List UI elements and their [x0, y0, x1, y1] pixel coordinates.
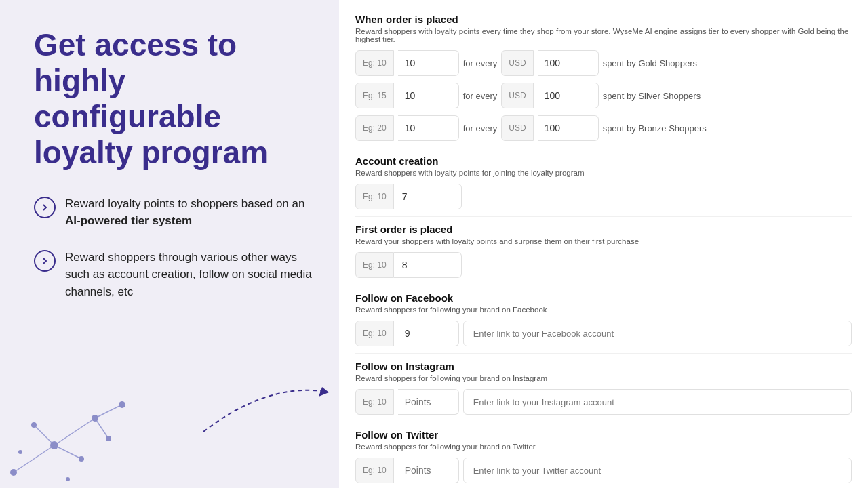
facebook-row: Eg: 10 [355, 321, 852, 346]
chevron-icon-2 [34, 250, 56, 272]
divider-4 [355, 353, 852, 354]
instagram-link-input[interactable] [463, 389, 852, 415]
bronze-points-input[interactable] [398, 115, 459, 141]
bronze-spent-label: spent by Bronze Shoppers [603, 123, 707, 134]
silver-points-input[interactable] [398, 83, 459, 108]
account-creation-subtitle: Reward shoppers with loyalty points for … [355, 169, 852, 177]
facebook-link-input[interactable] [463, 321, 852, 346]
feature-item-2: Reward shoppers through various other wa… [34, 249, 312, 301]
first-order-eg: Eg: 10 [355, 252, 394, 278]
facebook-eg: Eg: 10 [355, 321, 394, 346]
facebook-points-input[interactable] [398, 321, 459, 346]
twitter-link-input[interactable] [463, 458, 852, 483]
bronze-usd: USD [501, 115, 533, 141]
svg-point-10 [119, 401, 125, 408]
first-order-section: First order is placed Reward your shoppe… [355, 224, 852, 278]
twitter-row: Eg: 10 [355, 458, 852, 483]
when-order-title: When order is placed [355, 14, 852, 25]
divider-3 [355, 285, 852, 285]
left-panel: Get access to highly configurable loyalt… [0, 0, 339, 488]
svg-point-9 [79, 456, 84, 462]
bronze-usd-input[interactable] [538, 115, 599, 141]
twitter-points-input[interactable] [398, 458, 459, 483]
svg-line-1 [54, 418, 95, 445]
feature-text-1: Reward loyalty points to shoppers based … [65, 195, 312, 230]
svg-point-8 [92, 415, 98, 422]
instagram-subtitle: Reward shoppers for following your brand… [355, 374, 852, 382]
account-creation-title: Account creation [355, 155, 852, 167]
dashed-arrow [197, 378, 332, 445]
svg-line-5 [34, 425, 54, 445]
facebook-title: Follow on Facebook [355, 292, 852, 304]
hero-title: Get access to highly configurable loyalt… [34, 27, 312, 171]
gold-spent-label: spent by Gold Shoppers [603, 58, 697, 68]
first-order-row: Eg: 10 [355, 252, 852, 278]
twitter-title: Follow on Twitter [355, 429, 852, 441]
silver-usd: USD [501, 83, 533, 108]
silver-for-every: for every [463, 91, 498, 101]
account-points-input[interactable] [394, 184, 462, 209]
divider-2 [355, 216, 852, 217]
svg-line-4 [95, 418, 108, 439]
twitter-section: Follow on Twitter Reward shoppers for fo… [355, 429, 852, 483]
account-creation-row: Eg: 10 [355, 184, 852, 209]
svg-point-6 [10, 469, 17, 476]
bronze-row: Eg: 20 for every USD spent by Bronze Sho… [355, 115, 852, 141]
first-order-title: First order is placed [355, 224, 852, 235]
svg-point-11 [106, 436, 111, 441]
bronze-for-every: for every [463, 123, 498, 134]
instagram-points-input[interactable] [398, 389, 459, 415]
account-eg: Eg: 10 [355, 184, 394, 209]
svg-line-2 [54, 445, 81, 459]
gold-row: Eg: 10 for every USD spent by Gold Shopp… [355, 50, 852, 76]
gold-usd-input[interactable] [538, 50, 599, 76]
when-order-subtitle: Reward shoppers with loyalty points ever… [355, 27, 852, 43]
twitter-eg: Eg: 10 [355, 458, 394, 483]
svg-marker-15 [319, 387, 329, 396]
divider-5 [355, 422, 852, 422]
silver-usd-input[interactable] [538, 83, 599, 108]
instagram-title: Follow on Instagram [355, 361, 852, 372]
svg-line-0 [14, 445, 54, 472]
instagram-row: Eg: 10 [355, 389, 852, 415]
first-order-points-input[interactable] [394, 252, 462, 278]
gold-usd: USD [501, 50, 533, 76]
silver-eg: Eg: 15 [355, 83, 394, 108]
right-panel: When order is placed Reward shoppers wit… [339, 0, 868, 488]
svg-point-13 [18, 450, 22, 454]
svg-point-14 [66, 477, 70, 481]
feature-text-2: Reward shoppers through various other wa… [65, 249, 312, 301]
twitter-subtitle: Reward shoppers for following your brand… [355, 443, 852, 451]
svg-point-7 [50, 441, 58, 449]
chevron-icon-1 [34, 197, 56, 218]
first-order-subtitle: Reward your shoppers with loyalty points… [355, 237, 852, 245]
gold-eg: Eg: 10 [355, 50, 394, 76]
instagram-section: Follow on Instagram Reward shoppers for … [355, 361, 852, 415]
feature-item-1: Reward loyalty points to shoppers based … [34, 195, 312, 230]
account-creation-section: Account creation Reward shoppers with lo… [355, 155, 852, 209]
network-diagram [0, 364, 149, 488]
svg-line-3 [95, 405, 122, 418]
when-order-section: When order is placed Reward shoppers wit… [355, 14, 852, 141]
silver-spent-label: spent by Silver Shoppers [603, 91, 701, 101]
gold-for-every: for every [463, 58, 498, 68]
facebook-subtitle: Reward shoppers for following your brand… [355, 306, 852, 314]
instagram-eg: Eg: 10 [355, 389, 394, 415]
bronze-eg: Eg: 20 [355, 115, 394, 141]
facebook-section: Follow on Facebook Reward shoppers for f… [355, 292, 852, 346]
divider-1 [355, 148, 852, 148]
gold-points-input[interactable] [398, 50, 459, 76]
svg-point-12 [31, 422, 37, 428]
silver-row: Eg: 15 for every USD spent by Silver Sho… [355, 83, 852, 108]
